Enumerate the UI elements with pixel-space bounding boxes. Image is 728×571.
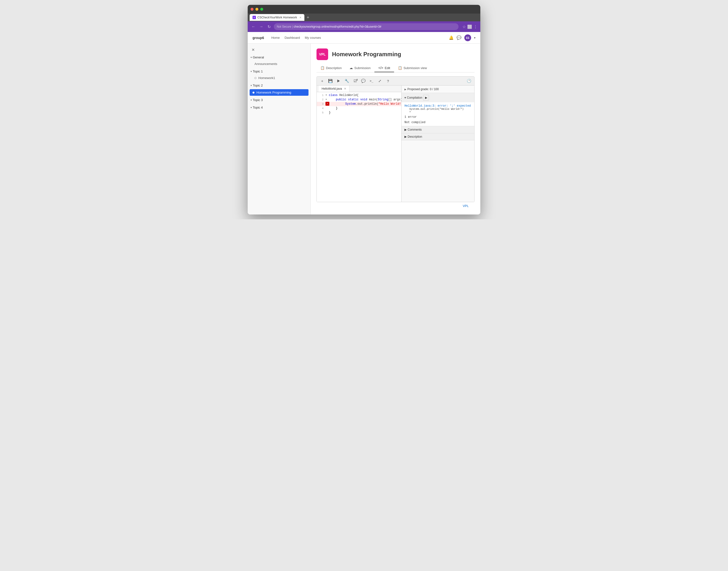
back-button[interactable]: ← — [251, 24, 256, 29]
toolbar-help-button[interactable]: ? — [385, 78, 391, 84]
tab-submission-view[interactable]: 📋 Submission view — [394, 64, 431, 72]
topic3-chevron: ▾ — [251, 99, 252, 101]
general-chevron: ▾ — [251, 56, 252, 59]
toolbar-evaluate-button[interactable]: ☑2 — [352, 78, 358, 84]
sidebar-item-homework-programming[interactable]: Homework Programming — [250, 89, 309, 96]
bookmark-button[interactable]: ☆ — [462, 24, 466, 29]
toolbar-comments-button[interactable]: 💬 — [360, 78, 367, 84]
tab-favicon: V — [252, 16, 256, 19]
sidebar-topic4-header[interactable]: ▾ Topic 4 — [248, 104, 311, 111]
editor-tab-bar: HelloWorld.java ✕ — [317, 86, 401, 92]
browser-addressbar: ← → ↻ Not Secure | checkyourworkgroup.on… — [248, 21, 480, 32]
compilation-header[interactable]: ▾ Compilation ▶ — [401, 93, 474, 102]
compile-summary-not-compiled: Not compiled — [404, 121, 471, 124]
fold-marker-2: ▾ — [326, 97, 327, 102]
tabs: 📋 Description ☁ Submission </> Edit 📋 Su… — [317, 64, 475, 73]
description-triangle: ▶ — [404, 135, 407, 138]
editor-file-tab[interactable]: HelloWorld.java ✕ — [319, 86, 349, 92]
code-line-1: 1 ▾ class HelloWorld{ — [317, 93, 401, 97]
site-logo[interactable]: group6 — [252, 36, 264, 40]
code-line-3: 3 ✕ System.out.println("Hello World!") — [317, 102, 401, 106]
sidebar-topic3-header[interactable]: ▾ Topic 3 — [248, 97, 311, 103]
forward-button[interactable]: → — [258, 24, 264, 29]
toolbar-debug-button[interactable]: 🔧 — [343, 78, 350, 84]
toolbar-clock-button[interactable]: 🕐 — [466, 78, 472, 84]
tab-edit[interactable]: </> Edit — [374, 64, 394, 72]
editor-content[interactable]: 1 ▾ class HelloWorld{ 2 ▾ public static … — [317, 92, 401, 202]
main-layout: ✕ ▾ General Announcements ▾ Topic 1 Home… — [248, 43, 480, 215]
address-text: Not Secure | checkyourworkgroup.online/m… — [277, 25, 381, 28]
line-number-3: 3 — [317, 102, 326, 106]
browser-actions: ☆ ⬜ ⋮ — [462, 24, 477, 29]
traffic-light-yellow[interactable] — [255, 8, 258, 11]
topic4-label: Topic 4 — [253, 106, 263, 109]
description-header[interactable]: ▶ Description — [401, 133, 474, 140]
traffic-light-red[interactable] — [251, 8, 253, 11]
sidebar-section-topic4: ▾ Topic 4 — [248, 104, 311, 111]
tab-close-button[interactable]: × — [299, 15, 301, 19]
line-number-4: 4 — [317, 106, 326, 111]
page-header: VPL Homework Programming — [317, 48, 475, 60]
traffic-light-green[interactable] — [260, 8, 263, 11]
compilation-label: Compilation — [407, 96, 422, 99]
main-content: VPL Homework Programming 📋 Description ☁… — [311, 43, 480, 215]
svg-marker-0 — [337, 80, 340, 82]
tab-title: CSCheckYourWork Homework — [257, 16, 297, 19]
nav-home[interactable]: Home — [271, 36, 280, 39]
tab-description[interactable]: 📋 Description — [317, 64, 346, 72]
toolbar-terminal-button[interactable]: >_ — [368, 78, 375, 84]
messages-icon[interactable]: 💬 — [457, 35, 461, 40]
tab-submission[interactable]: ☁ Submission — [346, 64, 374, 72]
comments-header[interactable]: ▶ Comments — [401, 126, 474, 133]
toolbar-run-button[interactable] — [335, 78, 342, 84]
editor-tab-close[interactable]: ✕ — [344, 87, 346, 90]
code-line-4: 4 ▾ } — [317, 106, 401, 111]
sidebar-close-button[interactable]: ✕ — [248, 46, 311, 54]
sidebar-section-topic3: ▾ Topic 3 — [248, 97, 311, 103]
sidebar-item-announcements[interactable]: Announcements — [248, 61, 311, 67]
line-content-2: public static void main(String[] args){ — [328, 97, 401, 102]
topic2-chevron: ▾ — [251, 84, 252, 87]
refresh-button[interactable]: ↻ — [266, 24, 272, 29]
line-content-5: } — [328, 111, 401, 115]
toolbar-fullscreen-button[interactable]: ⤢ — [376, 78, 383, 84]
user-badge[interactable]: EE — [464, 34, 471, 41]
browser-tab[interactable]: V CSCheckYourWork Homework × — [250, 14, 305, 21]
code-line-5: 5 ▾ } — [317, 111, 401, 115]
page-nav: group6 Home Dashboard My courses 🔔 💬 EE … — [248, 32, 480, 43]
compilation-run-button[interactable]: ▶ — [423, 95, 429, 101]
sidebar-topic2-header[interactable]: ▾ Topic 2 — [248, 82, 311, 89]
vpl-container: ＋ 💾 🔧 ☑2 💬 >_ ⤢ ? 🕐 — [317, 76, 475, 202]
browser-tab-bar: V CSCheckYourWork Homework × + — [248, 14, 480, 21]
page-header-icon: VPL — [317, 48, 328, 60]
grade-triangle: ▶ — [404, 88, 406, 91]
nav-my-courses[interactable]: My courses — [305, 36, 321, 39]
general-label: General — [253, 55, 264, 59]
compile-error-link[interactable]: HelloWorld.java:3: error: ';' expected — [404, 104, 471, 108]
sidebar-general-header[interactable]: ▾ General — [248, 54, 311, 61]
topic1-label: Topic 1 — [253, 70, 263, 73]
editor-filename: HelloWorld.java — [322, 87, 342, 90]
sidebar-section-topic2: ▾ Topic 2 Homework Programming — [248, 82, 311, 96]
line-number-2: 2 — [317, 97, 326, 102]
extension-button[interactable]: ⬜ — [467, 24, 472, 29]
line-content-1: class HelloWorld{ — [328, 93, 401, 97]
proposed-grade-label: Proposed grade: — [407, 88, 429, 91]
menu-button[interactable]: ⋮ — [474, 24, 477, 29]
sidebar-item-homework1[interactable]: Homework1 — [248, 75, 311, 81]
notifications-icon[interactable]: 🔔 — [449, 35, 454, 40]
user-menu-chevron[interactable]: ▾ — [474, 36, 476, 39]
vpl-body: HelloWorld.java ✕ 1 ▾ class HelloWorld{ — [317, 86, 474, 202]
secure-label: Not Secure — [277, 25, 291, 28]
nav-dashboard[interactable]: Dashboard — [284, 36, 300, 39]
new-tab-button[interactable]: + — [307, 15, 310, 20]
description-label: Description — [408, 135, 422, 138]
toolbar-save-button[interactable]: 💾 — [327, 78, 334, 84]
address-box[interactable]: Not Secure | checkyourworkgroup.online/m… — [274, 23, 459, 30]
topic4-chevron: ▾ — [251, 106, 252, 109]
sidebar-topic1-header[interactable]: ▾ Topic 1 — [248, 68, 311, 75]
code-line-2: 2 ▾ public static void main(String[] arg… — [317, 97, 401, 102]
comments-triangle: ▶ — [404, 128, 407, 131]
toolbar-add-button[interactable]: ＋ — [319, 78, 326, 84]
vpl-footer-link[interactable]: VPL — [463, 204, 469, 208]
